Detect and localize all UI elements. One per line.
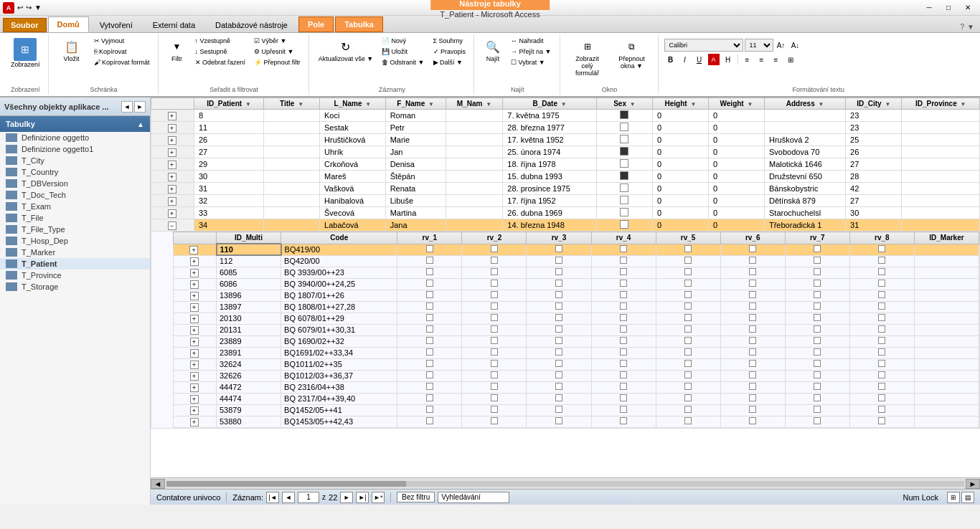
expand-btn[interactable]: +: [168, 161, 176, 169]
rv-checkbox[interactable]: [426, 280, 433, 287]
rv-checkbox[interactable]: [684, 245, 692, 252]
prev-record-btn[interactable]: ◄: [282, 492, 295, 503]
sub-col-rv3[interactable]: rv_3: [527, 232, 591, 244]
pravopis-btn[interactable]: ✓ Pravopis: [430, 47, 470, 57]
table-borders-btn[interactable]: ⊞: [784, 53, 797, 66]
rv-checkbox[interactable]: [555, 325, 562, 333]
scroll-left-btn[interactable]: ◄: [151, 479, 165, 489]
col-mnam[interactable]: M_Nam ▼: [446, 98, 503, 110]
expand-btn[interactable]: +: [168, 197, 176, 206]
col-title[interactable]: Title ▼: [264, 98, 320, 110]
rv-checkbox[interactable]: [426, 257, 433, 264]
rv-checkbox[interactable]: [749, 302, 756, 310]
rv-checkbox[interactable]: [620, 348, 627, 356]
rv-checkbox[interactable]: [684, 371, 692, 378]
rv-checkbox[interactable]: [620, 394, 627, 401]
rv-checkbox[interactable]: [878, 417, 885, 424]
rv-checkbox[interactable]: [620, 337, 627, 344]
rv-checkbox[interactable]: [684, 406, 692, 413]
sub-col-idmulti[interactable]: ID_Multi: [217, 232, 281, 244]
rv-checkbox[interactable]: [878, 257, 885, 264]
sub-expand-btn[interactable]: +: [190, 269, 199, 277]
sub-table-row-2[interactable]: + 6085 BQ 3939/00++23: [174, 267, 979, 278]
maximize-btn[interactable]: □: [939, 1, 958, 14]
filter-toggle-btn[interactable]: Bez filtru: [397, 492, 435, 502]
sub-expand-btn[interactable]: +: [190, 418, 199, 426]
sex-checkbox[interactable]: [620, 135, 628, 143]
rv-checkbox[interactable]: [814, 257, 821, 264]
sub-expand-btn[interactable]: +: [190, 361, 199, 369]
sub-expand-btn[interactable]: +: [189, 246, 198, 254]
prepnout-okna-btn[interactable]: ⧉ Přepnout okna ▼: [611, 36, 654, 72]
window-controls[interactable]: ─ □ ✕: [920, 1, 977, 14]
rv-checkbox[interactable]: [426, 360, 433, 367]
sex-checkbox[interactable]: [620, 220, 628, 229]
minimize-btn[interactable]: ─: [920, 1, 938, 14]
rv-checkbox[interactable]: [620, 314, 627, 321]
rv-checkbox[interactable]: [491, 406, 498, 413]
sub-table-row-8[interactable]: + 23889 BQ 1690/02++32: [174, 335, 979, 347]
rv-checkbox[interactable]: [684, 394, 692, 401]
rv-checkbox[interactable]: [620, 268, 627, 275]
col-fname[interactable]: F_Name ▼: [385, 98, 446, 110]
rv-checkbox[interactable]: [878, 394, 885, 401]
tab-vytvoreni[interactable]: Vytvoření: [90, 17, 142, 32]
rv-checkbox[interactable]: [555, 337, 562, 344]
sex-checkbox[interactable]: [620, 159, 628, 168]
rv-checkbox[interactable]: [814, 268, 821, 275]
rv-checkbox[interactable]: [555, 417, 562, 424]
rv-checkbox[interactable]: [814, 348, 821, 356]
rv-checkbox[interactable]: [426, 406, 433, 413]
vlozit-btn[interactable]: 📋 Vložit: [55, 36, 89, 65]
rv-checkbox[interactable]: [749, 314, 756, 321]
sub-expand-btn[interactable]: +: [190, 292, 199, 300]
rv-checkbox[interactable]: [749, 406, 756, 413]
sub-expand-btn[interactable]: +: [190, 257, 199, 266]
search-input[interactable]: [438, 492, 509, 503]
rv-checkbox[interactable]: [426, 383, 433, 390]
sub-expand-btn[interactable]: +: [190, 303, 199, 312]
rv-checkbox[interactable]: [878, 360, 885, 367]
rv-checkbox[interactable]: [555, 383, 562, 390]
rv-checkbox[interactable]: [491, 280, 498, 287]
font-size-select[interactable]: 11: [745, 39, 773, 52]
rv-checkbox[interactable]: [491, 302, 498, 310]
rv-checkbox[interactable]: [555, 314, 562, 321]
nav-expand-btn[interactable]: ►: [134, 101, 146, 113]
scroll-thumb[interactable]: [166, 481, 406, 487]
next-record-btn[interactable]: ►: [340, 492, 353, 503]
sub-expand-btn[interactable]: +: [190, 406, 199, 415]
sub-col-rv1[interactable]: rv_1: [397, 232, 462, 244]
sub-table-row-7[interactable]: + 20131 BQ 6079/01++30,31: [174, 324, 979, 335]
sub-table-row-1[interactable]: + 112 BQ420/00: [174, 255, 979, 267]
rv-checkbox[interactable]: [684, 280, 692, 287]
aktualizovat-btn[interactable]: ↻ Aktualizovat vše ▼: [315, 36, 377, 65]
rv-checkbox[interactable]: [426, 245, 433, 252]
rv-checkbox[interactable]: [491, 417, 498, 424]
nav-item-definizione-oggetto[interactable]: Definizione oggetto: [0, 132, 150, 143]
rv-checkbox[interactable]: [555, 394, 562, 401]
rv-checkbox[interactable]: [620, 302, 627, 310]
nav-item-t_country[interactable]: T_Country: [0, 166, 150, 178]
rv-checkbox[interactable]: [491, 268, 498, 275]
rv-checkbox[interactable]: [684, 291, 692, 298]
close-btn[interactable]: ✕: [958, 1, 977, 14]
rv-checkbox[interactable]: [814, 417, 821, 424]
col-height[interactable]: Height ▼: [652, 98, 708, 110]
table-row[interactable]: + 8 Koci Roman 7. května 1975 0 0 23: [151, 110, 980, 122]
sub-table-row-15[interactable]: + 53880 BQ1453/05++42,43: [174, 416, 979, 427]
rv-checkbox[interactable]: [620, 360, 627, 367]
bold-btn[interactable]: B: [664, 53, 677, 66]
tab-tabulka[interactable]: Tabulka: [335, 16, 383, 32]
sub-table-row-4[interactable]: + 13896 BQ 1807/01++26: [174, 290, 979, 301]
table-row[interactable]: + 30 Mareš Štěpán 15. dubna 1993 0 0 Dru…: [151, 171, 980, 183]
rv-checkbox[interactable]: [749, 291, 756, 298]
rv-checkbox[interactable]: [426, 348, 433, 356]
nav-item-t_file_type[interactable]: T_File_Type: [0, 224, 150, 235]
qat-redo[interactable]: ↪: [26, 4, 32, 11]
col-id-patient[interactable]: ID_Patient ▼: [194, 98, 264, 110]
rv-checkbox[interactable]: [491, 383, 498, 390]
sub-col-code[interactable]: Code: [281, 232, 397, 244]
expand-btn[interactable]: +: [168, 173, 176, 181]
sub-col-rv6[interactable]: rv_6: [720, 232, 785, 244]
